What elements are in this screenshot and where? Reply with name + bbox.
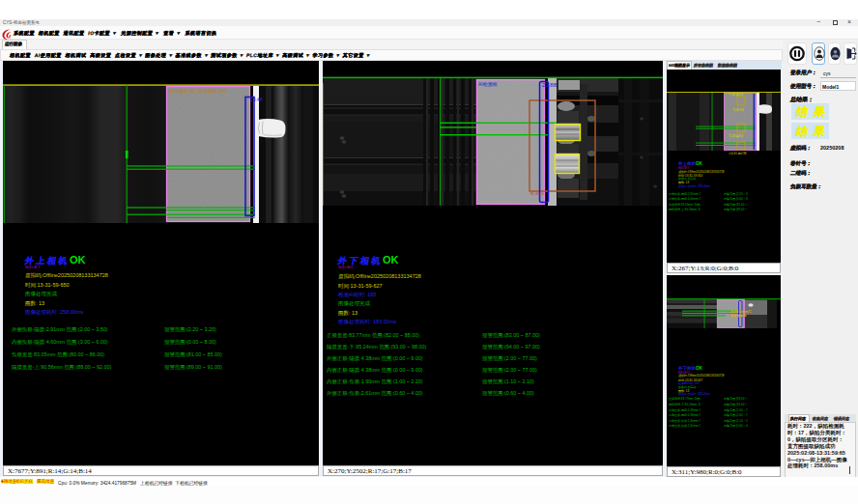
svg-text:*2.48 警8.8: *2.48 警8.8 [729, 134, 743, 138]
svg-text:*3.48 8.8: *3.48 8.8 [732, 108, 744, 112]
svg-text:13.48: 13.48 [250, 97, 263, 102]
svg-text:尺4.41 回2.98: 尺4.41 回2.98 [729, 152, 747, 155]
svg-text:灯丝阈值:93, 动态阈值:100: 灯丝阈值:93, 动态阈值:100 [169, 88, 227, 95]
svg-text:RL.N:2.0: RL.N:2.0 [530, 192, 544, 196]
svg-text:*7.48 警9.8: *7.48 警9.8 [729, 93, 743, 97]
svg-text:标警讯测'后: 标警讯测'后 [729, 314, 748, 318]
svg-text:AI检测框: AI检测框 [478, 81, 498, 88]
svg-text:23.88: 23.88 [542, 82, 558, 88]
